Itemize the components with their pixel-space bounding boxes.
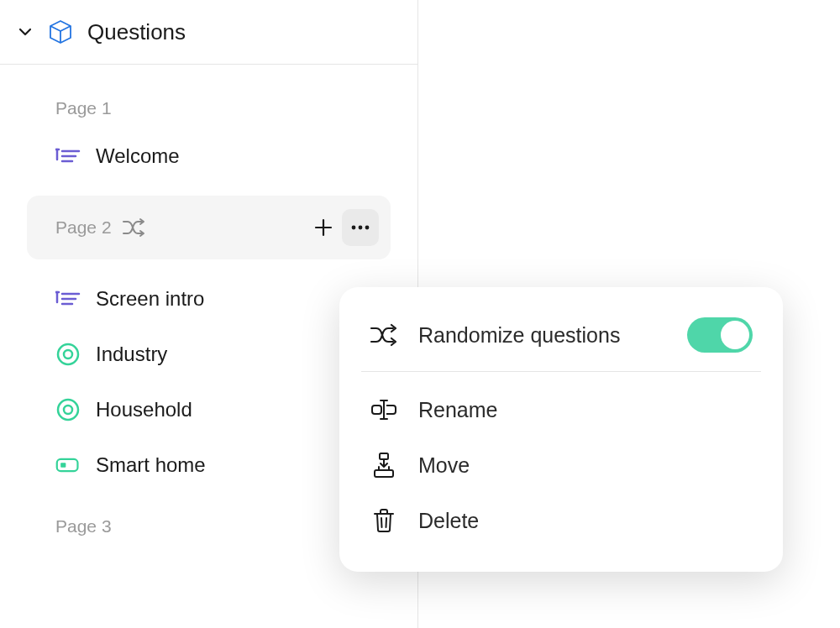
svg-point-2 [365,226,370,230]
toggle-knob [721,321,749,349]
plus-icon [312,217,334,238]
more-actions-button[interactable] [342,209,379,246]
page-label-2: Page 2 [55,217,112,238]
menu-item-label: Rename [418,398,753,422]
shuffle-icon [370,321,398,349]
context-menu: Randomize questions Rename [339,287,783,572]
move-icon [370,451,398,479]
header-title: Questions [87,19,186,45]
menu-item-move[interactable]: Move [339,437,783,493]
svg-rect-8 [60,463,66,467]
svg-point-6 [64,406,72,414]
svg-rect-9 [372,406,381,414]
svg-point-3 [58,344,78,364]
svg-point-5 [58,400,78,420]
text-block-icon [55,286,81,311]
radio-icon [55,397,81,422]
svg-point-1 [359,226,363,230]
menu-divider [361,371,761,372]
rename-icon [370,395,398,424]
item-label: Welcome [96,144,180,168]
page-label-1[interactable]: Page 1 [0,88,417,128]
randomize-toggle[interactable] [687,317,753,353]
menu-item-label: Delete [418,509,753,533]
item-label: Industry [96,343,167,366]
item-label: Household [96,398,192,421]
battery-icon [55,453,81,478]
item-label: Smart home [96,453,206,477]
add-button[interactable] [305,209,342,246]
svg-rect-10 [380,453,388,459]
svg-rect-11 [375,470,393,477]
menu-item-label: Randomize questions [418,323,667,348]
chevron-down-icon [17,24,34,40]
collapse-chevron[interactable] [17,24,34,40]
radio-icon [55,342,81,367]
page-row-2[interactable]: Page 2 [27,196,391,259]
item-welcome[interactable]: Welcome [0,128,417,184]
svg-rect-7 [57,459,78,471]
shuffle-icon [122,217,147,238]
menu-item-delete[interactable]: Delete [339,493,783,548]
text-block-icon [55,144,81,169]
svg-point-4 [64,350,72,358]
menu-item-randomize[interactable]: Randomize questions [339,311,783,371]
item-label: Screen intro [96,287,204,311]
sidebar-header: Questions [0,0,417,65]
trash-icon [370,506,398,535]
svg-point-0 [352,226,356,230]
dots-icon [349,224,371,231]
cube-icon [47,18,74,45]
menu-item-rename[interactable]: Rename [339,382,783,437]
menu-item-label: Move [418,453,753,478]
